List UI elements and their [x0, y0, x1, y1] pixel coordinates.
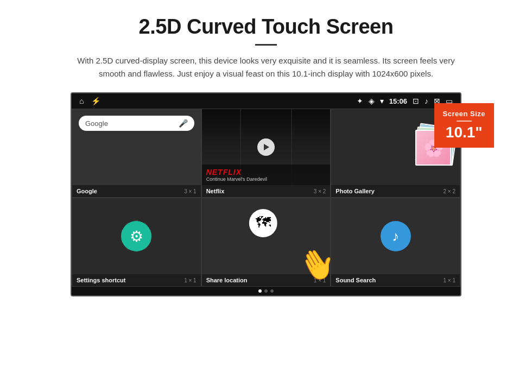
- google-app-size: 3 × 1: [184, 188, 197, 194]
- bottom-dots: [72, 287, 460, 295]
- maps-icon-container: 🗺: [249, 209, 277, 239]
- location-icon: ◈: [369, 97, 375, 105]
- volume-icon: ♪: [425, 97, 428, 105]
- settings-app-content: ⚙ ⚙: [72, 198, 201, 274]
- netflix-overlay: NETFLIX Continue Marvel's Daredevil: [202, 165, 331, 185]
- sound-app-cell[interactable]: ♪ Sound Search 1 × 1: [331, 198, 460, 287]
- sound-app-content: ♪: [331, 198, 460, 274]
- share-app-cell[interactable]: 🗺 🤚 Share location 1 × 1: [201, 198, 331, 287]
- camera-icon: ⊡: [413, 97, 419, 105]
- google-app-name: Google: [77, 188, 97, 194]
- netflix-label: Netflix 3 × 2: [202, 185, 331, 197]
- google-app-content: Google 🎤: [72, 109, 201, 185]
- badge-size: 10.1": [443, 124, 486, 141]
- android-screen: ⌂ ⚡ ✦ ◈ ▾ 15:06 ⊡ ♪ ⊠ ▭: [71, 92, 461, 296]
- wifi-icon: ▾: [380, 97, 384, 105]
- svg-text:🗺: 🗺: [256, 214, 271, 231]
- settings-app-cell[interactable]: ⚙ ⚙ Settings shortcut 1 × 1: [72, 198, 201, 287]
- app-grid: Google 🎤 Google 3 × 1: [72, 109, 460, 287]
- gallery-app-name: Photo Gallery: [335, 188, 375, 194]
- badge-title: Screen Size: [443, 110, 486, 118]
- microphone-icon: 🎤: [179, 119, 188, 128]
- screen-size-badge: Screen Size 10.1": [434, 103, 495, 148]
- music-note-icon: ♪: [392, 228, 399, 245]
- sound-label: Sound Search 1 × 1: [331, 274, 460, 286]
- share-app-name: Share location: [206, 277, 248, 283]
- netflix-app-content: NETFLIX Continue Marvel's Daredevil: [202, 109, 331, 185]
- google-logo: Google: [85, 119, 108, 128]
- gear-icon: ⚙: [130, 227, 143, 245]
- title-divider: [255, 44, 277, 46]
- page-title: 2.5D Curved Touch Screen: [139, 15, 394, 39]
- maps-icon: 🗺: [249, 209, 277, 237]
- badge-divider: [457, 121, 472, 122]
- status-time: 15:06: [389, 97, 407, 105]
- netflix-logo: NETFLIX: [206, 168, 326, 176]
- dot-3: [270, 289, 274, 293]
- sound-icon-circle: ♪: [381, 221, 411, 251]
- netflix-app-cell[interactable]: NETFLIX Continue Marvel's Daredevil Netf…: [201, 109, 331, 198]
- page-subtitle: With 2.5D curved-display screen, this de…: [71, 54, 461, 80]
- bluetooth-icon: ✦: [357, 97, 363, 105]
- status-left: ⌂ ⚡: [79, 97, 100, 105]
- dot-2: [264, 289, 268, 293]
- gallery-label: Photo Gallery 2 × 2: [331, 185, 460, 197]
- sound-app-name: Sound Search: [335, 277, 376, 283]
- sound-app-size: 1 × 1: [443, 277, 455, 283]
- play-button[interactable]: [257, 138, 275, 156]
- netflix-app-size: 3 × 2: [314, 188, 326, 194]
- device-wrapper: Screen Size 10.1" ⌂ ⚡ ✦ ◈ ▾ 15:06 ⊡ ♪ ⊠: [71, 92, 461, 296]
- settings-app-name: Settings shortcut: [77, 277, 125, 283]
- usb-icon: ⚡: [91, 97, 100, 105]
- settings-label: Settings shortcut 1 × 1: [72, 274, 201, 286]
- dot-1: [258, 289, 262, 293]
- google-search-bar[interactable]: Google 🎤: [79, 116, 194, 131]
- play-triangle-icon: [264, 144, 269, 150]
- google-label: Google 3 × 1: [72, 185, 201, 197]
- netflix-subtitle: Continue Marvel's Daredevil: [206, 176, 326, 182]
- gallery-app-size: 2 × 2: [443, 188, 455, 194]
- page-wrapper: 2.5D Curved Touch Screen With 2.5D curve…: [0, 0, 532, 296]
- settings-icon-circle: ⚙: [121, 221, 151, 251]
- status-bar: ⌂ ⚡ ✦ ◈ ▾ 15:06 ⊡ ♪ ⊠ ▭: [72, 93, 460, 109]
- settings-app-size: 1 × 1: [184, 277, 197, 283]
- share-app-content: 🗺 🤚: [202, 198, 331, 274]
- home-icon[interactable]: ⌂: [79, 97, 84, 105]
- google-app-cell[interactable]: Google 🎤 Google 3 × 1: [72, 109, 201, 198]
- netflix-app-name: Netflix: [206, 188, 225, 194]
